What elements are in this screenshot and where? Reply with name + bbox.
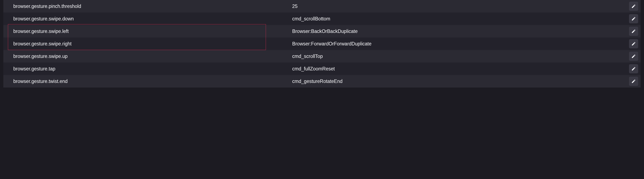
pref-name: browser.gesture.tap [3, 66, 290, 72]
pref-name: browser.gesture.twist.end [3, 79, 290, 84]
table-row: browser.gesture.pinch.threshold 25 [3, 0, 641, 13]
row-actions [626, 39, 641, 48]
row-actions [626, 14, 641, 23]
pref-value: cmd_scrollBottom [290, 16, 626, 22]
pencil-icon [631, 29, 636, 34]
pencil-icon [631, 54, 636, 59]
pref-value: Browser:BackOrBackDuplicate [290, 29, 626, 34]
pref-value: cmd_gestureRotateEnd [290, 79, 626, 84]
pref-value: cmd_scrollTop [290, 54, 626, 59]
edit-button[interactable] [629, 77, 638, 86]
pref-table: browser.gesture.pinch.threshold 25 brows… [0, 0, 644, 88]
table-row: browser.gesture.swipe.up cmd_scrollTop [3, 50, 641, 63]
pref-name: browser.gesture.swipe.left [3, 29, 290, 34]
pref-name: browser.gesture.swipe.right [3, 41, 290, 47]
pref-value: Browser:ForwardOrForwardDuplicate [290, 41, 626, 47]
table-row: browser.gesture.swipe.down cmd_scrollBot… [3, 13, 641, 25]
pencil-icon [631, 67, 636, 71]
pref-value: cmd_fullZoomReset [290, 66, 626, 72]
pencil-icon [631, 42, 636, 46]
pref-name: browser.gesture.swipe.down [3, 16, 290, 22]
table-row: browser.gesture.tap cmd_fullZoomReset [3, 63, 641, 75]
pref-value: 25 [290, 4, 626, 9]
table-row: browser.gesture.twist.end cmd_gestureRot… [3, 75, 641, 88]
edit-button[interactable] [629, 14, 638, 23]
pencil-icon [631, 79, 636, 84]
edit-button[interactable] [629, 39, 638, 48]
edit-button[interactable] [629, 2, 638, 11]
row-actions [626, 64, 641, 73]
row-actions [626, 77, 641, 86]
edit-button[interactable] [629, 64, 638, 73]
pencil-icon [631, 17, 636, 21]
edit-button[interactable] [629, 27, 638, 36]
edit-button[interactable] [629, 52, 638, 61]
table-row: browser.gesture.swipe.left Browser:BackO… [3, 25, 641, 38]
row-actions [626, 2, 641, 11]
row-actions [626, 27, 641, 36]
pref-name: browser.gesture.swipe.up [3, 54, 290, 59]
pref-name: browser.gesture.pinch.threshold [3, 4, 290, 9]
pencil-icon [631, 4, 636, 9]
row-actions [626, 52, 641, 61]
table-row: browser.gesture.swipe.right Browser:Forw… [3, 38, 641, 50]
